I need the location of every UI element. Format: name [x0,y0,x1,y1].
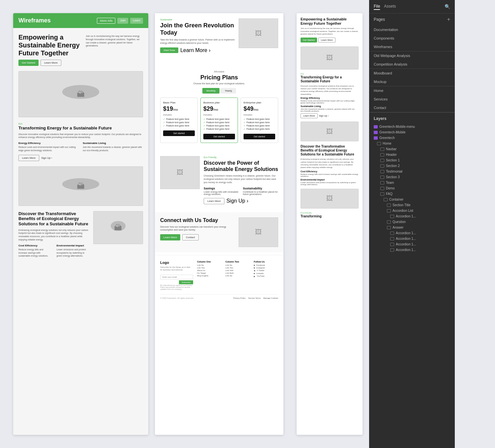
mid-connect-learn-btn[interactable]: Learn More [160,234,180,240]
lp-learn-more-btn[interactable]: Learn More [41,60,61,66]
left-header-buttons: More Info Join Learn [97,18,143,24]
enterprise-get-started-btn[interactable]: Get started [244,134,275,139]
footer-manage-link[interactable]: Manage Cookies [263,297,278,299]
social-facebook[interactable]: ■ Facebook [254,264,278,266]
basic-get-started-btn[interactable]: Get started [163,130,195,136]
learn-btn[interactable]: Learn [130,18,143,24]
toggle-monthly[interactable]: Monthly [202,88,219,94]
layer-section2[interactable]: Section 2 [369,163,455,169]
mid-eco-tag: Eco Friendly [204,156,278,158]
rp-get-started-btn[interactable]: Get Started [301,38,317,42]
footer-col2-link1[interactable]: Link No. [225,264,250,266]
join-btn[interactable]: Join [117,18,128,24]
layer-accordion-list[interactable]: Accordion List [369,208,455,213]
component-icon [374,125,378,128]
layer-navbar[interactable]: Navbar [369,146,455,152]
sidebar-item-old-webpage[interactable]: Old Webpage Analysis [369,51,455,60]
layer-accordion-1c[interactable]: Accordion 1... [369,236,455,241]
footer-col2-link5[interactable]: Link No. [225,275,250,277]
layer-label: Demo [386,186,395,190]
mid-learn-link[interactable]: Learn More › [180,47,211,53]
sidebar-tab-file[interactable]: File [374,3,380,10]
pages-add-icon[interactable]: + [447,16,450,22]
footer-col1-link4[interactable]: Fin Target [197,272,221,274]
frame-icon [380,159,384,162]
social-twitter[interactable]: ✖ X Twitter [254,269,278,272]
layer-team[interactable]: Team [369,180,455,185]
mid-eco-signup-link[interactable]: Sign Up › [226,198,248,204]
frame-icon [390,248,394,252]
rp-eco-signup-link[interactable]: Sign Up › [319,115,329,117]
layer-section1[interactable]: Section 1 [369,157,455,163]
toggle-yearly[interactable]: Yearly [221,88,236,94]
basic-plan-name: Basic Plan [163,101,195,104]
layer-accordion-1d[interactable]: Accordion 1... [369,241,455,247]
layer-accordion-1a[interactable]: Accordion 1... [369,213,455,219]
mid-start-now-btn[interactable]: Start Now [160,47,178,53]
sidebar-item-wireframes[interactable]: Wireframes [369,42,455,51]
layer-greentech-mobile-menu[interactable]: Greentech-Mobile-menu [369,124,455,129]
lp-benefits-section: Discover the Transformative Benefits of … [18,211,143,258]
layer-label: Team [386,181,394,184]
sidebar-item-competition[interactable]: Competition Analysis [369,60,455,69]
pricing-card-enterprise: Enterprise plan $49/mo Includes: Feature… [241,98,278,143]
footer-col2-link3[interactable]: Link Href [225,269,250,271]
layer-section-title[interactable]: Section Title [369,202,455,208]
layer-home[interactable]: Home [369,141,455,146]
sidebar-analysis-section: Old Webpage Analysis Competition Analysi… [369,51,455,69]
layer-testimonial[interactable]: Testimonial [369,169,455,174]
layer-greentech-mobile[interactable]: Greentech-Mobile [369,129,455,135]
enterprise-feature-2: Feature text goes here [244,121,275,124]
layer-container[interactable]: Container [369,197,455,202]
footer-col1-link2[interactable]: Link Two [197,267,221,269]
enterprise-plan-name: Enterprise plan [244,101,275,104]
lp-eco-col1-title: Energy Efficiency [18,142,79,145]
sidebar-item-home[interactable]: Home [369,86,455,95]
footer-col2-link2[interactable]: Link Two [225,267,250,269]
mid-connect-contact-btn[interactable]: Contact [182,234,199,240]
mid-hero-image [239,18,278,48]
footer-subscribe-btn[interactable]: Subscribe [179,280,193,284]
layer-accordion-1b[interactable]: Accordion 1... [369,230,455,236]
lp-eco-learn-btn[interactable]: Learn More [18,155,39,161]
layer-question[interactable]: Question [369,219,455,225]
layer-answer[interactable]: Answer [369,225,455,230]
footer-col2-link4[interactable]: Link Both [225,272,250,274]
social-youtube[interactable]: ▶ YouTube [254,275,278,277]
layer-section3[interactable]: Section 3 [369,174,455,180]
layer-header[interactable]: Header [369,152,455,157]
lp-benefit-col2-title: Environmental Impact [56,244,90,247]
pricing-title: Pricing Plans [160,74,278,81]
footer-email-input[interactable] [160,275,193,279]
sidebar-item-moodboard[interactable]: Moodboard [369,69,455,77]
rp-eco-learn-btn[interactable]: Learn More [301,113,318,118]
layer-faq[interactable]: FAQ [369,191,455,197]
lp-eco-signup-link[interactable]: Sign Up › [41,156,52,159]
sidebar-tab-assets[interactable]: Assets [384,3,396,10]
mid-eco-learn-btn[interactable]: Learn More [204,198,224,204]
rp-learn-more-btn[interactable]: Learn More [318,38,335,42]
footer-service-link[interactable]: Service Terms [248,297,261,299]
layer-demo[interactable]: Demo [369,185,455,191]
social-instagram[interactable]: ■ Instagram [254,267,278,269]
sidebar-design-section: Moodboard Mockup [369,69,455,86]
footer-col1-link5[interactable]: Blog Insights [197,275,221,277]
sidebar-item-components[interactable]: Components [369,34,455,42]
social-linkedin[interactable]: ■ LinkedIn [254,272,278,274]
layer-label: Section Title [393,203,410,207]
sidebar-item-documentation[interactable]: Documentation [369,25,455,34]
footer-col1-link1[interactable]: Link No. [197,264,221,266]
sidebar-item-contact[interactable]: Contact [369,103,455,112]
mid-eco-stats: Savings Lower energy bills with renewabl… [204,187,278,195]
more-info-btn[interactable]: More Info [97,18,115,24]
lp-get-started-btn[interactable]: Get Started [18,60,39,66]
sidebar-pages-header[interactable]: Pages + [369,14,455,25]
search-icon[interactable]: 🔍 [445,4,450,9]
business-get-started-btn[interactable]: Get started [203,134,235,139]
layer-accordion-1e[interactable]: Accordion 1... [369,247,455,253]
footer-col1-link3[interactable]: About Us [197,269,221,271]
layer-greentech[interactable]: Greentech [369,135,455,141]
footer-privacy-link[interactable]: Privacy Policy [233,297,246,299]
sidebar-item-mockup[interactable]: Mockup [369,77,455,86]
sidebar-item-services[interactable]: Services [369,95,455,103]
